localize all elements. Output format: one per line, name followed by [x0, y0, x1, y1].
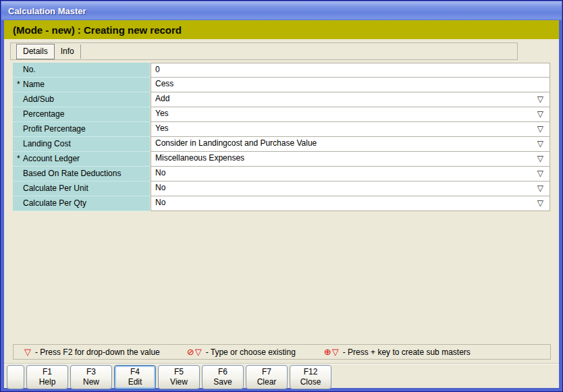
dropdown-arrow-icon[interactable]: ▽: [537, 152, 543, 165]
sub-masters-symbol-icon: ⊕▽: [324, 347, 340, 357]
field-label: Calculate Per Qty: [13, 196, 150, 211]
help-button[interactable]: F1 Help: [26, 365, 68, 389]
dropdown-arrow-icon[interactable]: ▽: [537, 92, 543, 106]
account-ledger-field[interactable]: Miscellaneous Expenses▽: [151, 151, 550, 167]
field-label-text: Calculate Per Unit: [23, 184, 88, 193]
form-row-no: No. 0: [13, 63, 550, 78]
fn-key: F7: [262, 367, 271, 377]
profit-percentage-field[interactable]: Yes▽: [151, 121, 550, 137]
field-value: No: [155, 168, 165, 177]
fn-key: F5: [174, 367, 184, 377]
field-label-text: Calculate Per Qty: [23, 198, 86, 208]
form-row-percentage: Percentage Yes▽: [13, 107, 550, 122]
field-label: Add/Sub: [13, 92, 150, 107]
fn-label: Clear: [257, 377, 277, 387]
field-label-text: Account Ledger: [23, 154, 80, 163]
field-value: Miscellaneous Expenses: [155, 153, 244, 163]
fn-key: F1: [43, 367, 52, 377]
calculate-per-unit-field[interactable]: No▽: [151, 181, 550, 196]
legend-item-type-or-choose: ⊘▽ - Type or choose existing: [187, 347, 296, 357]
edit-button[interactable]: F4 Edit: [114, 365, 156, 389]
field-label: Calculate Per Unit: [13, 181, 150, 196]
no-field[interactable]: 0: [151, 63, 550, 78]
tab-details[interactable]: Details: [16, 44, 55, 59]
add-sub-field[interactable]: Add▽: [151, 92, 550, 107]
fn-label: View: [170, 377, 188, 387]
fn-key: F12: [304, 367, 318, 377]
view-button[interactable]: F5 View: [158, 365, 200, 389]
window-titlebar: Calculation Master: [1, 1, 562, 20]
field-label: Landing Cost: [13, 137, 150, 152]
dropdown-arrow-icon[interactable]: ▽: [537, 181, 543, 195]
field-label: Percentage: [13, 107, 150, 122]
dropdown-arrow-icon[interactable]: ▽: [537, 167, 543, 180]
field-label-text: Landing Cost: [23, 139, 71, 148]
window-title: Calculation Master: [1, 6, 86, 16]
landing-cost-field[interactable]: Consider in Landingcost and Purchase Val…: [151, 136, 550, 152]
fn-label: Edit: [128, 377, 142, 387]
field-value: Yes: [155, 123, 169, 133]
legend-item-sub-masters: ⊕▽ - Press + key to create sub masters: [324, 347, 471, 357]
legend-item-dropdown: ▽ - Press F2 for drop-down the value: [24, 347, 160, 357]
tab-info[interactable]: Info: [55, 45, 81, 59]
fn-label: Save: [213, 377, 232, 387]
percentage-field[interactable]: Yes▽: [151, 107, 550, 122]
fn-key: F6: [218, 367, 227, 377]
calculation-master-window: Calculation Master (Mode - new) : Creati…: [0, 0, 563, 392]
form-row-calculate-per-qty: Calculate Per Qty No▽: [13, 196, 550, 211]
field-label: No.: [13, 63, 150, 78]
form-row-based-on-rate-deductions: Based On Rate Deductions No▽: [13, 167, 550, 181]
field-label-text: Based On Rate Deductions: [23, 169, 121, 178]
legend-text: - Press F2 for drop-down the value: [35, 347, 160, 357]
field-label-text: Percentage: [23, 109, 64, 119]
fn-label: Close: [300, 377, 321, 387]
field-value: Add: [155, 94, 169, 103]
dropdown-arrow-icon[interactable]: ▽: [537, 196, 543, 210]
content-area: Details Info No. 0 *Name Cess Add/Sub Ad…: [4, 39, 559, 388]
field-value: Cess: [155, 79, 173, 88]
field-value: 0: [155, 65, 160, 74]
form-row-profit-percentage: Profit Percentage Yes▽: [13, 122, 550, 137]
new-button[interactable]: F3 New: [70, 365, 112, 389]
clear-button[interactable]: F7 Clear: [246, 365, 288, 389]
field-value: Consider in Landingcost and Purchase Val…: [155, 138, 317, 148]
field-label-text: Name: [23, 80, 45, 89]
save-button[interactable]: F6 Save: [202, 365, 244, 389]
form-row-account-ledger: *Account Ledger Miscellaneous Expenses▽: [13, 152, 550, 167]
fn-label: Help: [39, 377, 56, 387]
dropdown-arrow-icon[interactable]: ▽: [537, 122, 543, 136]
field-label: Profit Percentage: [13, 122, 150, 137]
field-label-text: Profit Percentage: [23, 124, 86, 134]
form-row-name: *Name Cess: [13, 78, 550, 92]
close-button[interactable]: F12 Close: [290, 365, 331, 389]
fn-key: F3: [86, 367, 96, 377]
based-on-rate-deductions-field[interactable]: No▽: [151, 166, 550, 181]
form-row-add-sub: Add/Sub Add▽: [13, 92, 550, 107]
field-label-text: Add/Sub: [23, 94, 54, 104]
form-row-calculate-per-unit: Calculate Per Unit No▽: [13, 181, 550, 196]
dropdown-arrow-icon[interactable]: ▽: [537, 107, 543, 121]
calculation-form: No. 0 *Name Cess Add/Sub Add▽ Percentage…: [13, 63, 550, 211]
blank-button[interactable]: [7, 365, 24, 389]
field-value: Yes: [155, 109, 169, 118]
required-marker: *: [17, 152, 23, 166]
field-label-text: No.: [23, 65, 36, 74]
legend-bar: ▽ - Press F2 for drop-down the value ⊘▽ …: [13, 344, 551, 360]
fn-label: New: [83, 377, 99, 387]
type-or-choose-symbol-icon: ⊘▽: [187, 347, 203, 357]
mode-header-bar: (Mode - new) : Creating new record: [4, 20, 559, 39]
field-label: *Name: [13, 78, 150, 92]
field-value: No: [155, 198, 165, 207]
field-value: No: [155, 183, 165, 192]
mode-status-text: (Mode - new) : Creating new record: [4, 24, 182, 36]
legend-text: - Type or choose existing: [206, 347, 296, 357]
name-field[interactable]: Cess: [151, 77, 550, 92]
tab-strip: Details Info: [10, 43, 518, 60]
field-label: Based On Rate Deductions: [13, 167, 150, 181]
dropdown-symbol-icon: ▽: [24, 347, 32, 357]
field-label: *Account Ledger: [13, 152, 150, 167]
function-key-toolbar: F1 Help F3 New F4 Edit F5 View F6 Save F…: [4, 364, 559, 389]
calculate-per-qty-field[interactable]: No▽: [151, 196, 550, 211]
dropdown-arrow-icon[interactable]: ▽: [537, 137, 543, 150]
form-row-landing-cost: Landing Cost Consider in Landingcost and…: [13, 137, 550, 152]
